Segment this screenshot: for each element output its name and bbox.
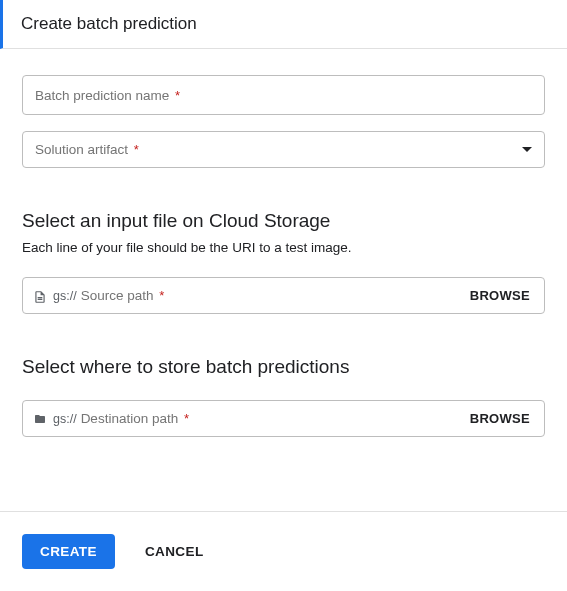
placeholder-text: Destination path [81,411,179,426]
dialog-content: Batch prediction name * Solution artifac… [0,49,567,437]
placeholder-text: Batch prediction name [35,88,169,103]
dialog-title: Create batch prediction [21,14,547,34]
destination-path-placeholder: Destination path * [81,411,470,426]
source-path-field[interactable]: gs:// Source path * BROWSE [22,277,545,314]
batch-prediction-name-field[interactable]: Batch prediction name * [22,75,545,115]
destination-path-field[interactable]: gs:// Destination path * BROWSE [22,400,545,437]
source-path-placeholder: Source path * [81,288,470,303]
input-section-subtitle: Each line of your file should be the URI… [22,240,545,255]
placeholder-text: Solution artifact [35,142,128,157]
cancel-button[interactable]: CANCEL [145,544,204,559]
required-asterisk: * [184,411,189,426]
create-button[interactable]: CREATE [22,534,115,569]
required-asterisk: * [159,288,164,303]
browse-destination-button[interactable]: BROWSE [470,411,530,426]
placeholder-text: Source path [81,288,154,303]
file-icon [33,290,49,302]
folder-icon [33,413,49,425]
gs-prefix: gs:// [53,289,77,303]
dialog-footer: CREATE CANCEL [0,511,567,591]
solution-artifact-select[interactable]: Solution artifact * [22,131,545,168]
output-section-title: Select where to store batch predictions [22,356,545,378]
field-placeholder: Batch prediction name * [35,88,180,103]
required-asterisk: * [175,88,180,103]
browse-source-button[interactable]: BROWSE [470,288,530,303]
gs-prefix: gs:// [53,412,77,426]
input-section-title: Select an input file on Cloud Storage [22,210,545,232]
chevron-down-icon [522,147,532,152]
required-asterisk: * [134,142,139,157]
field-placeholder: Solution artifact * [35,142,139,157]
dialog-header: Create batch prediction [0,0,567,49]
